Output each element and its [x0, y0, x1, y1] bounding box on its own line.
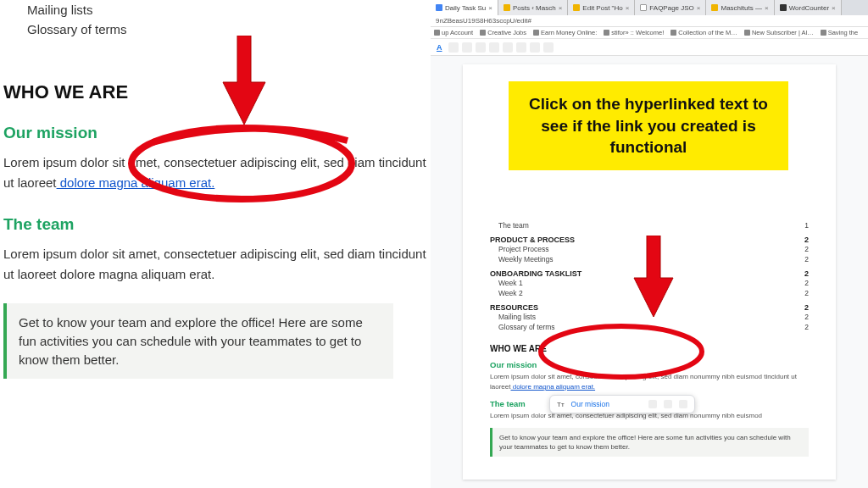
team-heading: The team	[3, 215, 431, 234]
browser-tab[interactable]: Maschituts —×	[706, 0, 774, 15]
svg-point-1	[541, 326, 702, 377]
red-arrow-icon	[219, 36, 270, 129]
toc-item: Mailing lists	[3, 0, 431, 19]
edit-link-icon[interactable]	[664, 400, 672, 408]
bookmark[interactable]: New Subscriber | Al…	[744, 29, 814, 36]
bookmark[interactable]: Creative Jobs	[480, 29, 526, 36]
bookmark[interactable]: Earn Money Online:	[533, 29, 597, 36]
copy-link-icon[interactable]	[648, 400, 657, 408]
toolbar-icon[interactable]	[530, 42, 540, 53]
browser-tabs: Daily Task Su× Posts ‹ Masch× Edit Post …	[431, 0, 868, 15]
doc-callout: Get to know your team and explore the of…	[490, 428, 809, 457]
red-circle-annotation	[532, 319, 710, 385]
callout-box: Get to know your team and explore the of…	[3, 303, 393, 379]
bookmarks-bar: up Account Creative Jobs Earn Money Onli…	[431, 27, 868, 39]
highlight-icon[interactable]	[448, 42, 459, 53]
docs-toolbar: A	[431, 39, 868, 56]
browser-tab[interactable]: FAQPage JSO×	[635, 0, 706, 15]
browser-tab[interactable]: WordCounter×	[775, 0, 842, 15]
url-bar[interactable]: 9nZBeasU19S8H63sccpU/edit#	[431, 15, 868, 27]
document-closeup: Mailing lists Glossary of terms WHO WE A…	[0, 0, 431, 488]
red-circle-annotation	[119, 117, 364, 210]
bookmark[interactable]: Collection of the M…	[670, 29, 737, 36]
toolbar-icon[interactable]	[489, 42, 499, 53]
browser-tab[interactable]: Posts ‹ Masch×	[498, 0, 568, 15]
browser-tab[interactable]: Daily Task Su×	[431, 0, 498, 15]
browser-tab[interactable]: Edit Post "Ho×	[568, 0, 635, 15]
team-paragraph: Lorem ipsum dolor sit amet, consectetuer…	[3, 244, 431, 285]
red-arrow-icon	[632, 236, 675, 320]
bookmark[interactable]: stifor» :: Welcome!	[604, 29, 664, 36]
browser-screenshot: Daily Task Su× Posts ‹ Masch× Edit Post …	[431, 0, 868, 488]
popover-link-label[interactable]: Our mission	[571, 400, 609, 408]
bookmark[interactable]: Saving the	[821, 29, 858, 36]
instruction-annotation: Click on the hyperlinked text to see if …	[509, 81, 788, 170]
toc-item: Glossary of terms	[3, 19, 431, 39]
bookmark[interactable]: up Account	[434, 29, 473, 36]
toolbar-icon[interactable]	[503, 42, 513, 53]
toolbar-icon[interactable]	[543, 42, 554, 53]
insert-link-icon[interactable]	[462, 42, 472, 53]
text-color-icon[interactable]: A	[434, 43, 445, 52]
link-popover[interactable]: Tт Our mission	[549, 395, 695, 413]
remove-link-icon[interactable]	[679, 400, 687, 408]
toolbar-icon[interactable]	[516, 42, 526, 53]
section-heading: WHO WE ARE	[3, 81, 431, 103]
toolbar-icon[interactable]	[476, 42, 486, 53]
